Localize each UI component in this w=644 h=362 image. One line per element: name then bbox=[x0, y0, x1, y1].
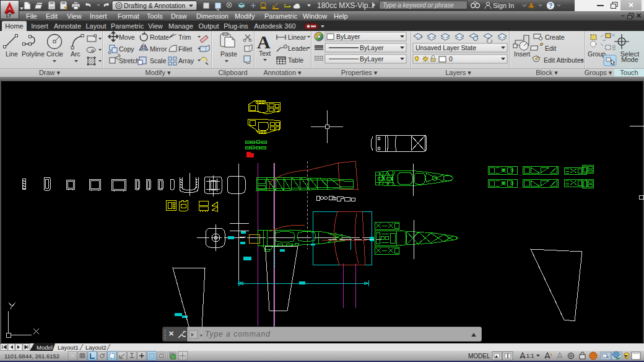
svg-text:1:1: 1:1 bbox=[526, 353, 534, 359]
svg-text:Polyline: Polyline bbox=[22, 50, 45, 58]
svg-text:Paste: Paste bbox=[220, 50, 237, 58]
svg-text:Mirror: Mirror bbox=[150, 45, 167, 53]
svg-text:Edit Attributes: Edit Attributes bbox=[544, 56, 584, 64]
svg-text:Linear: Linear bbox=[288, 33, 307, 41]
svg-text:Circle: Circle bbox=[46, 50, 63, 58]
svg-text:LT: LT bbox=[6, 14, 12, 18]
svg-text:Text: Text bbox=[259, 50, 271, 57]
svg-text:Fillet: Fillet bbox=[178, 45, 192, 53]
svg-text:ByLayer: ByLayer bbox=[336, 33, 360, 40]
svg-text:Rotate: Rotate bbox=[150, 33, 169, 41]
svg-text:Layout2: Layout2 bbox=[85, 344, 107, 351]
svg-text:Line: Line bbox=[6, 50, 18, 58]
svg-text:Copy: Copy bbox=[119, 45, 134, 53]
svg-text:Stretch: Stretch bbox=[119, 57, 139, 64]
svg-text:Drafting & Annotation: Drafting & Annotation bbox=[124, 2, 185, 9]
svg-text:Unsaved Layer State: Unsaved Layer State bbox=[416, 44, 476, 51]
svg-text:Create: Create bbox=[545, 33, 565, 41]
svg-text:Sign In: Sign In bbox=[493, 2, 514, 9]
svg-text:ByLayer: ByLayer bbox=[360, 44, 384, 51]
svg-text:Move: Move bbox=[119, 33, 135, 41]
svg-text:Edit: Edit bbox=[545, 45, 556, 52]
svg-text:Model: Model bbox=[37, 344, 53, 351]
svg-text:Layout1: Layout1 bbox=[58, 344, 79, 351]
svg-text:Insert: Insert bbox=[514, 50, 530, 58]
svg-text:Arc: Arc bbox=[71, 50, 80, 58]
svg-text:Trim: Trim bbox=[178, 33, 191, 41]
svg-text:ByLayer: ByLayer bbox=[360, 55, 384, 63]
svg-text:0: 0 bbox=[449, 55, 453, 63]
svg-text:Table: Table bbox=[288, 56, 303, 64]
svg-text:Scale: Scale bbox=[150, 57, 166, 64]
svg-text:?: ? bbox=[549, 2, 552, 9]
svg-text:Leader: Leader bbox=[288, 45, 308, 52]
svg-text:Array: Array bbox=[178, 57, 194, 64]
